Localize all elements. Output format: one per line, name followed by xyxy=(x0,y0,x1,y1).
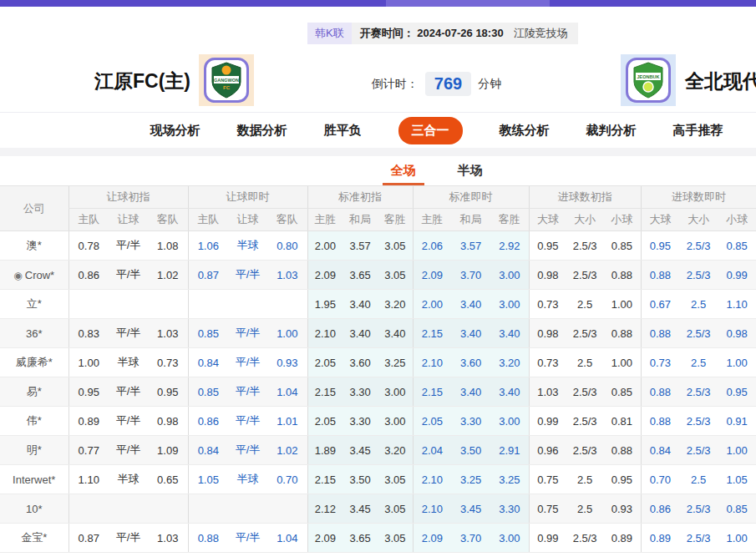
company-cell[interactable]: 36* xyxy=(0,319,68,348)
nav-tab-6[interactable]: 裁判分析 xyxy=(586,123,637,139)
odds-cell: 0.85 xyxy=(603,231,641,261)
company-cell[interactable]: Interwet* xyxy=(0,465,68,494)
odds-cell: 1.01 xyxy=(267,407,307,436)
odds-cell: 3.40 xyxy=(342,290,378,319)
company-cell[interactable]: 立* xyxy=(0,290,68,319)
ball-icon: ◉ xyxy=(13,270,22,281)
odds-cell: 1.09 xyxy=(148,436,188,465)
odds-cell: 2.5/3 xyxy=(679,319,718,348)
odds-cell: 0.88 xyxy=(188,524,228,553)
odds-cell: 3.05 xyxy=(378,231,413,261)
odds-cell: 1.00 xyxy=(603,290,641,319)
odds-cell: 2.10 xyxy=(413,494,451,524)
odds-cell: 3.25 xyxy=(378,348,413,377)
odds-cell: 1.10 xyxy=(68,465,109,494)
odds-cell: 0.88 xyxy=(641,319,679,348)
company-cell[interactable]: 10* xyxy=(0,494,68,524)
odds-cell: 0.73 xyxy=(148,348,188,377)
odds-cell xyxy=(188,494,228,524)
kickoff-time: 开赛时间： 2024-07-26 18:30 xyxy=(352,23,512,44)
odds-cell: 1.89 xyxy=(307,436,342,465)
odds-cell: 平/半 xyxy=(228,377,267,407)
company-cell[interactable]: 威廉希* xyxy=(0,348,68,377)
odds-cell: 3.30 xyxy=(490,494,529,524)
odds-cell: 平/半 xyxy=(228,524,267,553)
group-header-5: 进球数初指 xyxy=(529,186,641,209)
company-cell[interactable]: 明* xyxy=(0,436,68,465)
odds-cell: 0.98 xyxy=(148,407,188,436)
odds-cell: 3.65 xyxy=(342,261,378,290)
odds-cell: 1.00 xyxy=(267,319,307,348)
sub-header-3-3: 客胜 xyxy=(378,209,413,231)
odds-cell xyxy=(68,290,109,319)
subtab-1[interactable]: 全场 xyxy=(389,160,418,182)
odds-cell: 2.00 xyxy=(307,231,342,261)
odds-cell: 3.00 xyxy=(490,524,529,553)
subtab-2[interactable]: 半场 xyxy=(456,160,485,182)
odds-cell xyxy=(267,290,307,319)
odds-cell: 0.91 xyxy=(718,407,756,436)
nav-tab-7[interactable]: 高手推荐 xyxy=(673,123,723,139)
odds-cell xyxy=(68,494,109,524)
odds-cell xyxy=(267,494,307,524)
sub-header-6-1: 大球 xyxy=(641,209,679,231)
odds-cell: 0.88 xyxy=(641,377,679,407)
odds-cell: 0.85 xyxy=(718,494,756,524)
group-header-1: 让球初指 xyxy=(68,186,188,209)
nav-tab-4[interactable]: 三合一 xyxy=(398,117,463,144)
odds-cell: 3.57 xyxy=(342,231,378,261)
odds-row: 明*0.77平/半1.090.84平/半1.021.893.453.202.04… xyxy=(0,436,756,465)
period-subtabs: 全场半场 xyxy=(58,156,756,185)
odds-cell: 1.08 xyxy=(148,231,188,261)
odds-cell: 2.5/3 xyxy=(566,231,603,261)
company-cell[interactable]: ◉Crow* xyxy=(0,261,68,290)
odds-cell: 3.30 xyxy=(342,377,378,407)
odds-cell: 3.45 xyxy=(342,436,378,465)
sub-header-5-2: 大小 xyxy=(566,209,603,231)
odds-cell: 2.5 xyxy=(566,494,603,524)
nav-tab-5[interactable]: 教练分析 xyxy=(500,123,550,139)
group-header-3: 标准初指 xyxy=(307,186,413,209)
company-cell[interactable]: 澳* xyxy=(0,231,68,261)
odds-cell: 2.5/3 xyxy=(679,377,718,407)
odds-cell: 2.09 xyxy=(413,261,451,290)
odds-cell: 平/半 xyxy=(109,319,148,348)
odds-cell: 0.88 xyxy=(603,436,641,465)
nav-tab-1[interactable]: 现场分析 xyxy=(150,123,200,139)
away-logo-frame: JEONBUK xyxy=(626,58,671,103)
odds-cell: 3.50 xyxy=(342,465,378,494)
odds-cell: 1.00 xyxy=(718,524,756,553)
odds-cell: 0.88 xyxy=(641,261,679,290)
nav-tab-3[interactable]: 胜平负 xyxy=(324,123,362,139)
odds-cell: 0.65 xyxy=(148,465,188,494)
odds-cell: 半球 xyxy=(228,231,267,261)
odds-cell: 0.77 xyxy=(68,436,109,465)
sub-header-6-3: 小球 xyxy=(718,209,756,231)
odds-cell: 3.45 xyxy=(451,494,490,524)
odds-cell: 2.5/3 xyxy=(566,436,603,465)
odds-cell: 1.02 xyxy=(148,261,188,290)
odds-cell: 3.00 xyxy=(490,261,529,290)
company-cell[interactable]: 易* xyxy=(0,377,68,407)
odds-row: 伟*0.89平/半0.980.86平/半1.012.053.303.002.05… xyxy=(0,407,756,436)
analysis-nav-tabs: 现场分析数据分析胜平负三合一教练分析裁判分析高手推荐 xyxy=(58,113,756,148)
odds-cell: 3.57 xyxy=(451,231,490,261)
odds-cell: 3.70 xyxy=(451,524,490,553)
company-cell[interactable]: 金宝* xyxy=(0,524,68,553)
odds-row: 金宝*0.87平/半1.030.88平/半1.042.093.653.052.0… xyxy=(0,524,756,553)
odds-cell: 2.09 xyxy=(307,524,342,553)
odds-cell: 0.70 xyxy=(267,465,307,494)
odds-cell: 3.30 xyxy=(342,407,378,436)
odds-cell: 2.5 xyxy=(566,465,603,494)
odds-cell: 2.10 xyxy=(413,465,451,494)
odds-cell: 0.85 xyxy=(188,377,228,407)
odds-cell: 0.96 xyxy=(529,436,566,465)
sub-header-1-1: 主队 xyxy=(68,209,109,231)
odds-cell: 3.65 xyxy=(342,524,378,553)
odds-cell: 1.05 xyxy=(188,465,228,494)
company-cell[interactable]: 伟* xyxy=(0,407,68,436)
odds-cell xyxy=(228,494,267,524)
nav-tab-2[interactable]: 数据分析 xyxy=(237,123,287,139)
odds-cell: 1.03 xyxy=(267,261,307,290)
odds-row: Interwet*1.10半球0.651.05半球0.702.153.503.0… xyxy=(0,465,756,494)
